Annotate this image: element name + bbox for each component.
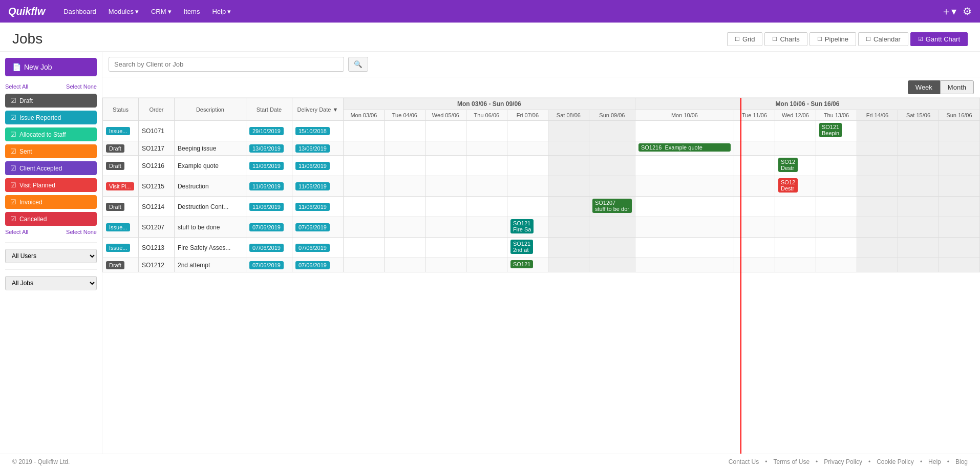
day-sat15 (898, 156, 939, 176)
issue-check-icon: ☑ (10, 114, 16, 121)
table-row: Draft SO1214 Destruction Cont... 11/06/2… (103, 197, 980, 217)
status-cell: Draft (103, 156, 139, 176)
settings-button[interactable]: ⚙ (963, 5, 972, 17)
day-fri07 (507, 176, 548, 197)
order-cell: SO1217 (138, 141, 174, 156)
desc-cell: Beeping issue (174, 141, 246, 156)
week-button[interactable]: Week (908, 80, 940, 94)
select-all-bottom[interactable]: Select All (5, 229, 28, 235)
day-mon10 (635, 217, 734, 238)
month-button[interactable]: Month (940, 80, 974, 94)
nav-dashboard[interactable]: Dashboard (63, 8, 96, 15)
day-sun09: SO1207stuff to be dor (589, 197, 635, 217)
day-mon03 (343, 176, 384, 197)
tab-charts[interactable]: ☐ Charts (764, 32, 807, 46)
filter-sent[interactable]: ☑ Sent (5, 144, 97, 158)
status-select-controls-top: Select All Select None (5, 83, 97, 90)
day-thu13: SO121Beepin (816, 121, 857, 141)
sent-check-icon: ☑ (10, 147, 16, 155)
footer-help[interactable]: Help (928, 458, 941, 465)
footer-privacy[interactable]: Privacy Policy (824, 458, 862, 465)
day-mon10: SO1216 Example quote (635, 141, 734, 156)
table-row: Visit Pl... SO1215 Destruction 11/06/201… (103, 176, 980, 197)
filter-allocated[interactable]: ☑ Allocated to Staff (5, 127, 97, 141)
day-sat15 (898, 217, 939, 238)
main-layout: 📄 New Job Select All Select None ☑ Draft… (0, 52, 980, 454)
tab-grid[interactable]: ☐ Grid (727, 32, 763, 46)
user-filter-select[interactable]: All Users (5, 249, 97, 263)
day-sat15 (898, 238, 939, 258)
day-thu13 (816, 217, 857, 238)
search-bar: 🔍 (102, 52, 980, 77)
nav-modules[interactable]: Modules▾ (109, 8, 139, 15)
footer-cookie[interactable]: Cookie Policy (877, 458, 914, 465)
th-order: Order (138, 98, 174, 121)
day-sat15 (898, 197, 939, 217)
tab-pipeline[interactable]: ☐ Pipeline (809, 32, 856, 46)
filter-draft[interactable]: ☑ Draft (5, 94, 97, 108)
day-mon03 (343, 197, 384, 217)
footer-contact[interactable]: Contact Us (729, 458, 759, 465)
th-mon10: Mon 10/06 (635, 110, 734, 121)
day-sat15 (898, 121, 939, 141)
filter-cancelled[interactable]: ☑ Cancelled (5, 212, 97, 226)
search-input[interactable] (109, 57, 344, 72)
allocated-check-icon: ☑ (10, 131, 16, 138)
day-wed05 (425, 156, 466, 176)
day-wed12: SO12Destr (775, 176, 816, 197)
filter-invoiced[interactable]: ☑ Invoiced (5, 195, 97, 209)
order-cell: SO1214 (138, 197, 174, 217)
day-mon10 (635, 121, 734, 141)
th-sun09: Sun 09/06 (589, 110, 635, 121)
day-sun16 (939, 156, 979, 176)
day-fri07 (507, 121, 548, 141)
select-none-bottom[interactable]: Select None (66, 229, 97, 235)
table-row: Issue... SO1207 stuff to be done 07/06/2… (103, 217, 980, 238)
logo[interactable]: Quikflw (8, 6, 45, 17)
gantt-container[interactable]: Status Order Description Start Date Deli… (102, 98, 980, 454)
th-wed12: Wed 12/06 (775, 110, 816, 121)
day-wed12 (775, 258, 816, 272)
search-button[interactable]: 🔍 (348, 57, 368, 72)
status-select-controls-bottom: Select All Select None (5, 229, 97, 235)
filter-visit-planned[interactable]: ☑ Visit Planned (5, 178, 97, 192)
day-fri14 (857, 121, 898, 141)
nav-crm[interactable]: CRM▾ (151, 8, 172, 15)
select-none-top[interactable]: Select None (66, 83, 97, 90)
start-cell: 11/06/2019 (246, 176, 292, 197)
day-tue04 (384, 121, 425, 141)
filter-issue-reported[interactable]: ☑ Issue Reported (5, 111, 97, 124)
new-job-button[interactable]: 📄 New Job (5, 58, 97, 76)
nav-help[interactable]: Help▾ (212, 8, 231, 15)
top-navigation: Quikflw Dashboard Modules▾ CRM▾ Items He… (0, 0, 980, 23)
day-sun09 (589, 141, 635, 156)
day-fri07: SO121 (507, 258, 548, 272)
day-tue04 (384, 156, 425, 176)
day-thu13 (816, 238, 857, 258)
visit-check-icon: ☑ (10, 181, 16, 189)
select-all-top[interactable]: Select All (5, 83, 28, 90)
add-button[interactable]: ＋▾ (941, 5, 956, 18)
day-sun09 (589, 176, 635, 197)
grid-icon: ☐ (735, 36, 740, 42)
job-filter-select[interactable]: All Jobs (5, 276, 97, 290)
day-wed05 (425, 197, 466, 217)
th-description: Description (174, 98, 246, 121)
th-sun16: Sun 16/06 (939, 110, 979, 121)
th-status: Status (103, 98, 139, 121)
delivery-cell: 11/06/2019 (292, 176, 343, 197)
cancelled-check-icon: ☑ (10, 215, 16, 223)
tab-calendar[interactable]: ☐ Calendar (858, 32, 908, 46)
day-fri07 (507, 197, 548, 217)
nav-items[interactable]: Items (184, 8, 200, 15)
delivery-cell: 07/06/2019 (292, 217, 343, 238)
tab-gantt-chart[interactable]: ☑ Gantt Chart (910, 32, 968, 46)
footer-terms[interactable]: Terms of Use (773, 458, 809, 465)
day-wed05 (425, 176, 466, 197)
footer-blog[interactable]: Blog (955, 458, 968, 465)
day-sat08 (548, 141, 589, 156)
day-tue04 (384, 141, 425, 156)
th-delivery-date[interactable]: Delivery Date ▼ (292, 98, 343, 121)
filter-client-accepted[interactable]: ☑ Client Accepted (5, 161, 97, 175)
day-thu13 (816, 197, 857, 217)
